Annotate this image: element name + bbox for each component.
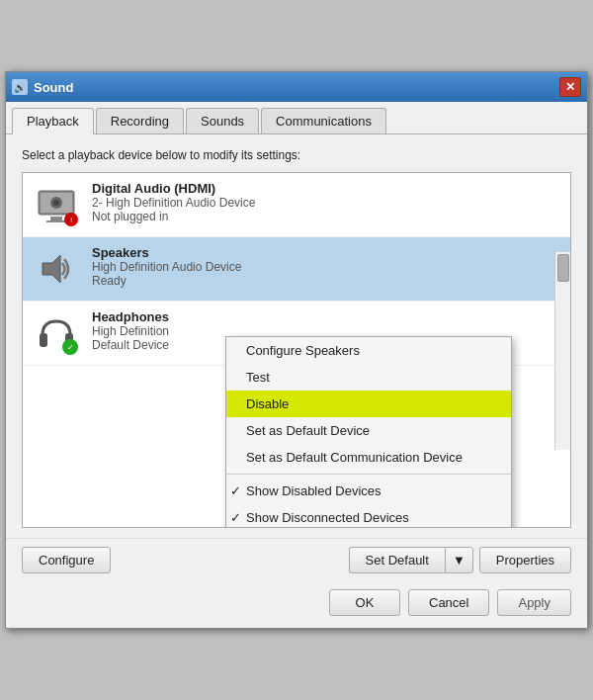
- device-status-speakers: Ready: [92, 274, 241, 288]
- device-item-digital-audio[interactable]: ! Digital Audio (HDMI) 2- High Definitio…: [23, 173, 570, 237]
- close-button[interactable]: ✕: [559, 77, 581, 97]
- svg-rect-3: [46, 220, 66, 222]
- main-content: Select a playback device below to modify…: [6, 134, 587, 538]
- device-list: ! Digital Audio (HDMI) 2- High Definitio…: [22, 172, 571, 528]
- tab-sounds[interactable]: Sounds: [186, 108, 259, 133]
- tab-bar: Playback Recording Sounds Communications: [6, 102, 587, 134]
- device-item-speakers[interactable]: Speakers High Definition Audio Device Re…: [23, 237, 570, 302]
- properties-button[interactable]: Properties: [479, 547, 571, 573]
- menu-test[interactable]: Test: [226, 364, 511, 391]
- menu-disable[interactable]: Disable: [226, 391, 511, 417]
- tab-playback[interactable]: Playback: [12, 108, 94, 134]
- apply-button[interactable]: Apply: [497, 589, 571, 616]
- bottom-buttons: Configure Set Default ▼ Properties: [6, 538, 587, 581]
- badge-not-plugged: !: [64, 213, 78, 226]
- tab-recording[interactable]: Recording: [96, 108, 184, 133]
- set-default-button[interactable]: Set Default: [349, 547, 445, 573]
- sound-dialog: 🔊 Sound ✕ Playback Recording Sounds Comm…: [5, 71, 588, 629]
- check-show-disconnected: ✓: [230, 510, 241, 525]
- instructions-text: Select a playback device below to modify…: [22, 148, 571, 162]
- cancel-button[interactable]: Cancel: [408, 589, 489, 616]
- svg-marker-8: [42, 255, 60, 283]
- check-show-disabled: ✓: [230, 483, 241, 498]
- device-name-headphones: Headphones: [92, 309, 169, 324]
- set-default-dropdown[interactable]: ▼: [445, 547, 473, 573]
- menu-separator-1: [226, 474, 511, 475]
- dialog-buttons: OK Cancel Apply: [6, 581, 587, 628]
- menu-set-default[interactable]: Set as Default Device: [226, 417, 511, 444]
- menu-configure-speakers[interactable]: Configure Speakers: [226, 337, 511, 364]
- device-icon-speakers: [33, 245, 80, 293]
- device-type-speakers: High Definition Audio Device: [92, 260, 241, 274]
- menu-show-disabled[interactable]: ✓ Show Disabled Devices: [226, 478, 511, 504]
- device-icon-headphones: ✓: [33, 309, 80, 357]
- svg-text:!: !: [70, 216, 72, 224]
- configure-button[interactable]: Configure: [22, 547, 111, 573]
- svg-point-5: [53, 200, 59, 206]
- svg-text:✓: ✓: [67, 343, 74, 352]
- context-menu: Configure Speakers Test Disable Set as D…: [225, 336, 512, 528]
- menu-show-disconnected[interactable]: ✓ Show Disconnected Devices: [226, 504, 511, 528]
- title-bar: 🔊 Sound ✕: [6, 72, 587, 102]
- title-bar-left: 🔊 Sound: [12, 79, 73, 95]
- scrollbar-thumb[interactable]: [557, 254, 569, 282]
- window-icon: 🔊: [12, 79, 28, 95]
- svg-rect-2: [50, 217, 62, 220]
- device-info-headphones: Headphones High Definition Default Devic…: [92, 309, 169, 352]
- device-name: Digital Audio (HDMI): [92, 181, 255, 196]
- device-icon-digital-audio: !: [33, 181, 80, 228]
- ok-button[interactable]: OK: [329, 589, 400, 616]
- window-title: Sound: [34, 80, 73, 95]
- device-status: Not plugged in: [92, 210, 255, 223]
- device-name-speakers: Speakers: [92, 245, 241, 260]
- device-info-speakers: Speakers High Definition Audio Device Re…: [92, 245, 241, 288]
- menu-set-default-comm[interactable]: Set as Default Communication Device: [226, 444, 511, 471]
- device-info-digital-audio: Digital Audio (HDMI) 2- High Definition …: [92, 181, 255, 223]
- svg-rect-9: [40, 333, 47, 347]
- set-default-group: Set Default ▼: [349, 547, 473, 573]
- scrollbar[interactable]: [554, 252, 570, 450]
- tab-communications[interactable]: Communications: [261, 108, 386, 133]
- device-type: 2- High Definition Audio Device: [92, 196, 255, 210]
- badge-default: ✓: [62, 339, 78, 355]
- device-type-headphones: High Definition: [92, 324, 169, 338]
- device-status-headphones: Default Device: [92, 338, 169, 352]
